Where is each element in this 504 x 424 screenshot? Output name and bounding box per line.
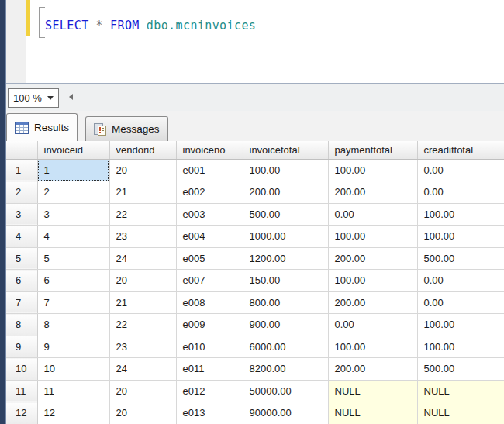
row-header[interactable]: 10	[6, 358, 37, 381]
grid-cell-vendorid[interactable]: 22	[109, 314, 176, 336]
grid-cell-paymenttotal[interactable]: 100.00	[328, 270, 417, 292]
grid-cell-paymenttotal[interactable]: 200.00	[328, 247, 417, 270]
grid-cell-invoiceid[interactable]: 1	[37, 159, 109, 181]
grid-cell-invoicetotal[interactable]: 90000.00	[243, 402, 328, 424]
grid-cell-vendorid[interactable]: 23	[109, 336, 176, 358]
grid-cell-invoicetotal[interactable]: 1000.00	[243, 226, 328, 248]
table-row: 7721e008800.00200.000.00	[6, 291, 504, 314]
grid-cell-invoicetotal[interactable]: 200.00	[243, 181, 328, 204]
column-header-paymenttotal[interactable]: paymenttotal	[328, 141, 417, 159]
row-header[interactable]: 6	[6, 270, 37, 292]
column-header-vendorid[interactable]: vendorid	[109, 141, 176, 159]
row-header[interactable]: 4	[6, 226, 37, 248]
grid-cell-vendorid[interactable]: 24	[109, 358, 176, 381]
grid-cell-invoiceid[interactable]: 7	[37, 291, 109, 314]
grid-cell-invoiceid[interactable]: 5	[37, 247, 109, 270]
grid-cell-invoiceid[interactable]: 12	[37, 402, 109, 424]
grid-cell-invoiceno[interactable]: e002	[176, 181, 243, 204]
grid-cell-paymenttotal[interactable]: 200.00	[328, 181, 417, 204]
row-header[interactable]: 1	[6, 159, 37, 181]
grid-cell-vendorid[interactable]: 22	[109, 203, 176, 226]
grid-cell-invoiceid[interactable]: 8	[37, 314, 109, 336]
grid-cell-paymenttotal[interactable]: NULL	[328, 402, 417, 424]
grid-cell-paymenttotal[interactable]: 200.00	[328, 291, 417, 314]
tab-messages[interactable]: Messages	[85, 116, 168, 141]
grid-cell-vendorid[interactable]: 20	[109, 159, 176, 181]
grid-cell-creadittotal[interactable]: 500.00	[417, 358, 504, 381]
grid-cell-invoiceno[interactable]: e005	[176, 247, 243, 270]
grid-cell-creadittotal[interactable]: 100.00	[417, 226, 504, 248]
row-header[interactable]: 2	[6, 181, 37, 204]
grid-cell-invoiceno[interactable]: e009	[176, 314, 243, 336]
grid-cell-invoiceno[interactable]: e013	[176, 402, 243, 424]
grid-cell-invoicetotal[interactable]: 1200.00	[243, 247, 328, 270]
grid-cell-creadittotal[interactable]: 0.00	[417, 291, 504, 314]
grid-cell-invoiceid[interactable]: 2	[37, 181, 109, 204]
grid-cell-invoiceno[interactable]: e003	[176, 203, 243, 226]
grid-cell-paymenttotal[interactable]: 0.00	[328, 314, 417, 336]
column-header-creadittotal[interactable]: creadittotal	[417, 141, 504, 159]
grid-cell-creadittotal[interactable]: 100.00	[417, 336, 504, 358]
grid-cell-paymenttotal[interactable]: 200.00	[328, 358, 417, 381]
grid-cell-invoiceno[interactable]: e001	[176, 159, 243, 181]
tab-messages-label: Messages	[112, 123, 160, 135]
grid-cell-invoicetotal[interactable]: 800.00	[243, 291, 328, 314]
grid-cell-invoiceid[interactable]: 6	[37, 270, 109, 292]
grid-cell-vendorid[interactable]: 21	[109, 291, 176, 314]
sql-statement[interactable]: SELECT*FROMdbo.mcninvoices	[45, 19, 256, 33]
grid-corner-cell[interactable]	[6, 141, 37, 159]
grid-cell-invoiceid[interactable]: 9	[37, 336, 109, 358]
row-header[interactable]: 8	[6, 314, 37, 336]
grid-cell-vendorid[interactable]: 20	[109, 402, 176, 424]
grid-cell-invoiceno[interactable]: e012	[176, 380, 243, 402]
grid-cell-creadittotal[interactable]: 0.00	[417, 270, 504, 292]
grid-cell-invoicetotal[interactable]: 900.00	[243, 314, 328, 336]
grid-cell-invoicetotal[interactable]: 6000.00	[243, 336, 328, 358]
grid-cell-invoiceno[interactable]: e008	[176, 291, 243, 314]
grid-cell-invoiceno[interactable]: e011	[176, 358, 243, 381]
grid-cell-paymenttotal[interactable]: 0.00	[328, 203, 417, 226]
query-editor[interactable]: SELECT*FROMdbo.mcninvoices	[6, 0, 504, 83]
grid-cell-creadittotal[interactable]: 0.00	[417, 159, 504, 181]
grid-cell-invoiceno[interactable]: e010	[176, 336, 243, 358]
tab-results[interactable]: Results	[6, 113, 78, 141]
grid-cell-invoiceid[interactable]: 4	[37, 226, 109, 248]
row-header[interactable]: 5	[6, 247, 37, 270]
grid-cell-paymenttotal[interactable]: 100.00	[328, 336, 417, 358]
column-header-invoiceno[interactable]: invoiceno	[176, 141, 243, 159]
grid-cell-invoiceid[interactable]: 11	[37, 380, 109, 402]
grid-cell-vendorid[interactable]: 23	[109, 226, 176, 248]
grid-cell-creadittotal[interactable]: 100.00	[417, 203, 504, 226]
row-header[interactable]: 12	[6, 402, 37, 424]
grid-cell-paymenttotal[interactable]: NULL	[328, 380, 417, 402]
grid-cell-invoiceid[interactable]: 3	[37, 203, 109, 226]
chevron-down-icon	[47, 96, 54, 100]
grid-cell-invoicetotal[interactable]: 150.00	[243, 270, 328, 292]
column-header-invoiceid[interactable]: invoiceid	[37, 141, 109, 159]
grid-cell-creadittotal[interactable]: 500.00	[417, 247, 504, 270]
grid-cell-invoicetotal[interactable]: 8200.00	[243, 358, 328, 381]
row-header[interactable]: 3	[6, 203, 37, 226]
column-header-invoicetotal[interactable]: invoicetotal	[243, 141, 328, 159]
row-header[interactable]: 7	[6, 291, 37, 314]
grid-cell-creadittotal[interactable]: 0.00	[417, 181, 504, 204]
scrollbar-left-button[interactable]	[65, 91, 76, 103]
row-header[interactable]: 9	[6, 336, 37, 358]
grid-cell-invoiceno[interactable]: e004	[176, 226, 243, 248]
grid-cell-vendorid[interactable]: 20	[109, 380, 176, 402]
grid-cell-invoiceno[interactable]: e007	[176, 270, 243, 292]
grid-cell-creadittotal[interactable]: NULL	[417, 402, 504, 424]
grid-cell-paymenttotal[interactable]: 100.00	[328, 226, 417, 248]
grid-cell-vendorid[interactable]: 20	[109, 270, 176, 292]
grid-cell-creadittotal[interactable]: 100.00	[417, 314, 504, 336]
grid-cell-paymenttotal[interactable]: 100.00	[328, 159, 417, 181]
grid-cell-invoicetotal[interactable]: 500.00	[243, 203, 328, 226]
grid-cell-vendorid[interactable]: 21	[109, 181, 176, 204]
grid-cell-invoiceid[interactable]: 10	[37, 358, 109, 381]
grid-cell-vendorid[interactable]: 24	[109, 247, 176, 270]
grid-cell-invoicetotal[interactable]: 100.00	[243, 159, 328, 181]
grid-cell-invoicetotal[interactable]: 50000.00	[243, 380, 328, 402]
row-header[interactable]: 11	[6, 380, 37, 402]
zoom-dropdown[interactable]: 100 %	[8, 88, 59, 108]
grid-cell-creadittotal[interactable]: NULL	[417, 380, 504, 402]
